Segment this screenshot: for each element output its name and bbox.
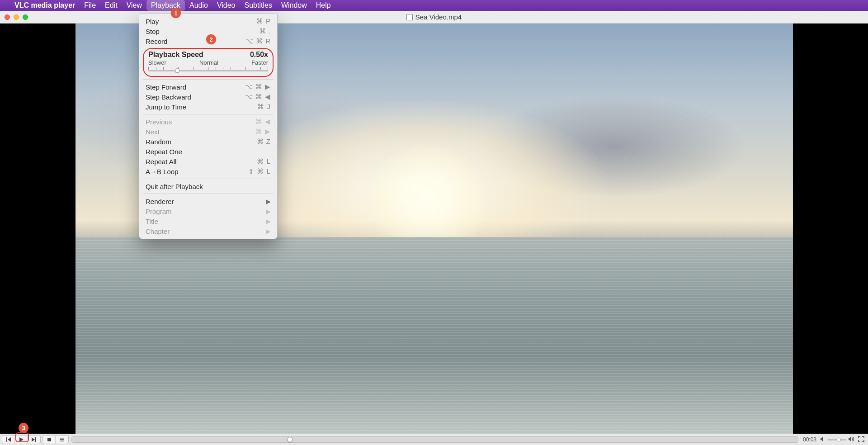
menu-item-shortcut: ⌥ ⌘ ▶ <box>245 83 271 91</box>
speed-label-faster: Faster <box>251 59 268 66</box>
menu-item-label: Quit after Playback <box>146 183 203 190</box>
menu-item-title: Title ▶ <box>139 216 277 226</box>
window-traffic-lights <box>0 14 28 20</box>
menu-item-quit-after-playback[interactable]: Quit after Playback <box>139 181 277 191</box>
menu-item-shortcut: ⌘ ▶ <box>255 128 271 136</box>
speed-thumb[interactable] <box>175 68 179 73</box>
play-icon <box>19 437 24 442</box>
menu-item-shortcut: ⌘ P <box>256 17 271 25</box>
menu-item-label: Play <box>146 18 159 25</box>
menu-file[interactable]: File <box>80 0 100 11</box>
stop-icon <box>47 437 52 442</box>
window-title-text: Sea Video.mp4 <box>415 13 462 21</box>
menu-help[interactable]: Help <box>311 0 335 11</box>
svg-rect-0 <box>47 438 51 441</box>
menu-item-label: Stop <box>146 28 160 35</box>
menu-item-label: Chapter <box>146 227 170 235</box>
volume-high-icon[interactable] <box>848 436 854 443</box>
playback-speed-title: Playback Speed <box>148 51 203 59</box>
video-viewport[interactable] <box>0 24 868 434</box>
menu-item-random[interactable]: Random ⌘ Z <box>139 137 277 147</box>
menu-window[interactable]: Window <box>277 0 311 11</box>
menu-item-repeat-one[interactable]: Repeat One <box>139 147 277 156</box>
stop-playlist-group <box>42 435 69 444</box>
transport-bar: 00:03 <box>0 434 868 445</box>
menu-item-play[interactable]: Play ⌘ P <box>139 16 277 26</box>
speed-ticks <box>148 67 268 70</box>
annotation-step-2: 2 <box>206 34 216 44</box>
menu-item-program: Program ▶ <box>139 206 277 216</box>
menu-item-step-forward[interactable]: Step Forward ⌥ ⌘ ▶ <box>139 82 277 92</box>
playback-button-group <box>2 435 41 444</box>
menu-item-shortcut: ⌘ L <box>257 157 271 166</box>
window-titlebar: Sea Video.mp4 <box>0 11 868 24</box>
sea-surface <box>75 237 793 434</box>
playback-speed-value: 0.50x <box>250 51 268 59</box>
menu-item-label: A→B Loop <box>146 168 179 175</box>
menu-item-shortcut: ⌘ ◀ <box>255 118 271 126</box>
chevron-right-icon: ▶ <box>266 198 271 205</box>
menu-item-label: Random <box>146 138 171 146</box>
menu-item-label: Jump to Time <box>146 103 186 111</box>
menu-item-shortcut: ⌥ ⌘ R <box>245 37 271 45</box>
menu-item-label: Repeat All <box>146 158 176 166</box>
annotation-step-1: 1 <box>171 8 181 18</box>
window-close-button[interactable] <box>5 14 10 20</box>
menu-item-label: Previous <box>146 118 172 126</box>
play-button[interactable] <box>15 436 28 444</box>
chevron-right-icon: ▶ <box>266 228 271 235</box>
prev-button[interactable] <box>2 436 15 444</box>
menu-audio[interactable]: Audio <box>185 0 212 11</box>
menu-item-label: Renderer <box>146 198 174 205</box>
menu-item-shortcut: ⌘ . <box>259 27 271 35</box>
seek-thumb[interactable] <box>287 437 292 442</box>
vlc-window: Sea Video.mp4 <box>0 11 868 445</box>
playback-dropdown: Play ⌘ P Stop ⌘ . Record ⌥ ⌘ R Playback … <box>139 14 278 239</box>
next-button[interactable] <box>28 436 40 444</box>
skip-forward-icon <box>31 437 37 442</box>
menu-item-previous: Previous ⌘ ◀ <box>139 117 277 127</box>
menu-item-chapter: Chapter ▶ <box>139 226 277 236</box>
menu-item-label: Step Forward <box>146 83 186 91</box>
window-title: Sea Video.mp4 <box>0 13 868 21</box>
fullscreen-icon <box>858 436 864 442</box>
stop-button[interactable] <box>43 436 56 444</box>
menu-item-repeat-all[interactable]: Repeat All ⌘ L <box>139 156 277 166</box>
menu-item-next: Next ⌘ ▶ <box>139 127 277 137</box>
menu-view[interactable]: View <box>122 0 146 11</box>
volume-low-icon[interactable] <box>820 436 826 443</box>
menu-item-shortcut: ⇧ ⌘ L <box>248 167 271 175</box>
volume-slider[interactable] <box>827 439 846 440</box>
menu-item-renderer[interactable]: Renderer ▶ <box>139 196 277 206</box>
skip-back-icon <box>6 437 11 442</box>
menu-edit[interactable]: Edit <box>100 0 122 11</box>
volume-control <box>820 436 854 443</box>
playlist-button[interactable] <box>56 436 68 444</box>
playback-speed-section: Playback Speed 0.50x Slower Normal Faste… <box>143 48 274 77</box>
speed-label-slower: Slower <box>148 59 166 66</box>
window-zoom-button[interactable] <box>23 14 28 20</box>
chevron-right-icon: ▶ <box>266 208 271 215</box>
file-icon <box>406 14 413 20</box>
seek-slider[interactable] <box>71 436 798 443</box>
menu-item-label: Repeat One <box>146 148 182 156</box>
menu-item-ab-loop[interactable]: A→B Loop ⇧ ⌘ L <box>139 166 277 176</box>
window-minimize-button[interactable] <box>14 14 19 20</box>
playlist-icon <box>59 437 65 442</box>
volume-thumb[interactable] <box>837 438 841 442</box>
menu-item-label: Title <box>146 218 158 225</box>
fullscreen-button[interactable] <box>856 436 866 444</box>
elapsed-time: 00:03 <box>801 436 818 443</box>
mac-menubar: VLC media player File Edit View Playback… <box>0 0 868 11</box>
menu-item-shortcut: ⌘ Z <box>257 137 271 146</box>
menu-item-label: Step Backward <box>146 93 191 101</box>
playback-speed-slider[interactable] <box>148 67 268 71</box>
menu-item-jump-to-time[interactable]: Jump to Time ⌘ J <box>139 102 277 112</box>
app-name[interactable]: VLC media player <box>10 1 80 9</box>
menu-video[interactable]: Video <box>212 0 240 11</box>
speed-label-normal: Normal <box>199 59 218 66</box>
menu-item-step-backward[interactable]: Step Backward ⌥ ⌘ ◀ <box>139 92 277 102</box>
menu-subtitles[interactable]: Subtitles <box>240 0 277 11</box>
menu-item-label: Next <box>146 128 160 136</box>
menu-item-shortcut: ⌥ ⌘ ◀ <box>245 93 271 101</box>
